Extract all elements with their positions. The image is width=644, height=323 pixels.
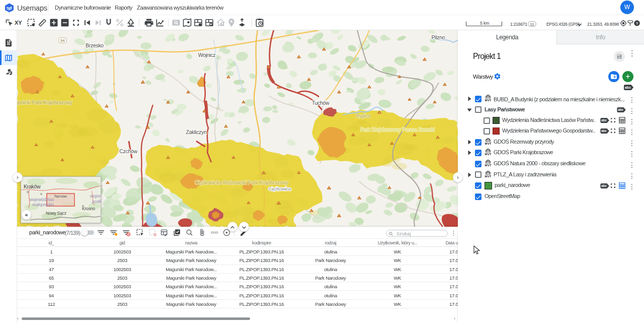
svg-text:małopolskie: małopolskie [32,202,54,207]
svg-text:5 km: 5 km [480,21,489,26]
svg-text:Brzesko: Brzesko [86,42,104,48]
svg-text:MVT: MVT [485,153,492,156]
svg-text:województwo: województwo [30,197,54,202]
svg-text:abc: abc [601,184,607,187]
svg-text:Wojnicz: Wojnicz [198,52,216,58]
svg-text:?: ? [636,21,638,26]
svg-text:Ryglice: Ryglice [356,113,370,118]
svg-text:94: 94 [60,38,64,43]
svg-text:Kraków: Kraków [24,183,41,189]
svg-text:Park Krajobrazowy Pasma Brzank: Park Krajobrazowy Pasma Brzanki [360,127,435,133]
svg-text:Tuchów: Tuchów [312,100,330,106]
svg-text:Nowy Sącz: Nowy Sącz [46,211,66,216]
svg-text:Pilzno: Pilzno [432,34,445,40]
svg-text:Czchów: Czchów [119,148,137,154]
svg-text:Ciężkowice: Ciężkowice [268,186,291,191]
svg-text:podkar: podkar [92,199,101,204]
svg-text:Ciężkowicko-Rożnowski Park Kra: Ciężkowicko-Rożnowski Park Krajobrazowy [195,180,288,185]
svg-text:abc: abc [618,108,623,111]
svg-text:MVT: MVT [485,99,492,102]
svg-text:Tarnów: Tarnów [54,194,67,199]
svg-text:Zakliczyn: Zakliczyn [186,129,207,135]
svg-text:MVT: MVT [485,164,492,167]
svg-text:Krosno: Krosno [82,206,95,211]
svg-text:abc: abc [601,118,607,122]
svg-text:MVT: MVT [485,175,492,178]
svg-text:MVT: MVT [485,142,492,145]
svg-text:abc: abc [625,86,631,89]
svg-text:abc: abc [601,129,607,133]
svg-text:ipnicki Park Krajobrazowy: ipnicki Park Krajobrazowy [17,100,72,105]
svg-text:wojewó: wojewó [90,193,101,199]
